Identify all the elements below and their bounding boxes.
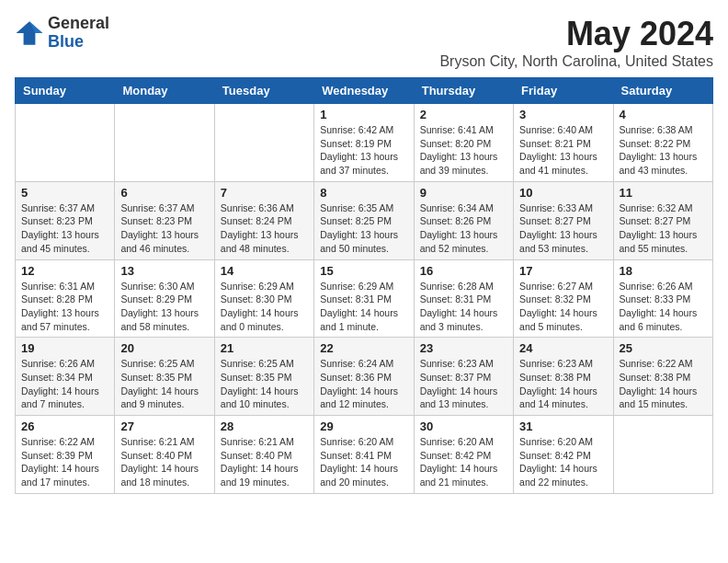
calendar-day-cell: 19Sunrise: 6:26 AMSunset: 8:34 PMDayligh… bbox=[16, 338, 115, 416]
logo-blue-text: Blue bbox=[48, 33, 109, 52]
calendar-day-cell bbox=[115, 104, 214, 182]
calendar-day-cell: 16Sunrise: 6:28 AMSunset: 8:31 PMDayligh… bbox=[414, 259, 513, 338]
day-number: 15 bbox=[320, 264, 407, 278]
day-info: Sunrise: 6:22 AMSunset: 8:38 PMDaylight:… bbox=[620, 357, 707, 411]
calendar-week-row: 19Sunrise: 6:26 AMSunset: 8:34 PMDayligh… bbox=[16, 338, 713, 416]
calendar-week-row: 12Sunrise: 6:31 AMSunset: 8:28 PMDayligh… bbox=[16, 259, 713, 338]
calendar-day-cell: 1Sunrise: 6:42 AMSunset: 8:19 PMDaylight… bbox=[314, 104, 414, 182]
day-info: Sunrise: 6:27 AMSunset: 8:32 PMDaylight:… bbox=[519, 280, 607, 334]
day-number: 3 bbox=[519, 108, 607, 121]
calendar-day-cell: 22Sunrise: 6:24 AMSunset: 8:36 PMDayligh… bbox=[314, 338, 414, 416]
weekday-header: Tuesday bbox=[214, 78, 313, 104]
weekday-header: Thursday bbox=[414, 78, 513, 104]
day-info: Sunrise: 6:20 AMSunset: 8:41 PMDaylight:… bbox=[320, 435, 407, 489]
calendar-week-row: 1Sunrise: 6:42 AMSunset: 8:19 PMDaylight… bbox=[16, 104, 713, 182]
day-number: 29 bbox=[320, 419, 407, 433]
calendar-day-cell: 28Sunrise: 6:21 AMSunset: 8:40 PMDayligh… bbox=[214, 416, 313, 494]
calendar-day-cell: 7Sunrise: 6:36 AMSunset: 8:24 PMDaylight… bbox=[214, 181, 313, 259]
day-number: 2 bbox=[420, 108, 507, 121]
day-info: Sunrise: 6:20 AMSunset: 8:42 PMDaylight:… bbox=[420, 435, 507, 489]
day-info: Sunrise: 6:33 AMSunset: 8:27 PMDaylight:… bbox=[519, 201, 607, 256]
day-number: 16 bbox=[420, 264, 507, 278]
day-number: 11 bbox=[620, 186, 707, 200]
calendar-day-cell: 30Sunrise: 6:20 AMSunset: 8:42 PMDayligh… bbox=[414, 416, 513, 494]
day-info: Sunrise: 6:23 AMSunset: 8:38 PMDaylight:… bbox=[519, 357, 607, 411]
location-subtitle: Bryson City, North Carolina, United Stat… bbox=[439, 53, 713, 70]
calendar-day-cell: 15Sunrise: 6:29 AMSunset: 8:31 PMDayligh… bbox=[314, 259, 414, 338]
day-number: 9 bbox=[420, 186, 507, 200]
day-info: Sunrise: 6:24 AMSunset: 8:36 PMDaylight:… bbox=[320, 357, 407, 411]
day-number: 25 bbox=[620, 341, 707, 355]
day-number: 22 bbox=[320, 341, 407, 355]
day-info: Sunrise: 6:29 AMSunset: 8:31 PMDaylight:… bbox=[320, 280, 407, 334]
page-header: General Blue May 2024 Bryson City, North… bbox=[15, 15, 713, 70]
calendar-day-cell: 3Sunrise: 6:40 AMSunset: 8:21 PMDaylight… bbox=[514, 104, 613, 182]
calendar-day-cell: 2Sunrise: 6:41 AMSunset: 8:20 PMDaylight… bbox=[414, 104, 513, 182]
calendar-day-cell bbox=[16, 104, 115, 182]
day-number: 28 bbox=[221, 419, 308, 433]
calendar-day-cell: 21Sunrise: 6:25 AMSunset: 8:35 PMDayligh… bbox=[214, 338, 313, 416]
day-info: Sunrise: 6:40 AMSunset: 8:21 PMDaylight:… bbox=[519, 123, 607, 178]
calendar-day-cell: 26Sunrise: 6:22 AMSunset: 8:39 PMDayligh… bbox=[16, 416, 115, 494]
month-year-title: May 2024 bbox=[439, 15, 713, 53]
calendar-day-cell: 20Sunrise: 6:25 AMSunset: 8:35 PMDayligh… bbox=[115, 338, 214, 416]
day-info: Sunrise: 6:36 AMSunset: 8:24 PMDaylight:… bbox=[221, 201, 308, 256]
calendar-day-cell: 11Sunrise: 6:32 AMSunset: 8:27 PMDayligh… bbox=[613, 181, 712, 259]
day-info: Sunrise: 6:20 AMSunset: 8:42 PMDaylight:… bbox=[519, 435, 607, 489]
day-info: Sunrise: 6:30 AMSunset: 8:29 PMDaylight:… bbox=[120, 280, 208, 334]
day-info: Sunrise: 6:25 AMSunset: 8:35 PMDaylight:… bbox=[120, 357, 208, 411]
calendar-day-cell: 5Sunrise: 6:37 AMSunset: 8:23 PMDaylight… bbox=[16, 181, 115, 259]
day-number: 12 bbox=[21, 264, 108, 278]
weekday-header: Friday bbox=[514, 78, 613, 104]
day-info: Sunrise: 6:25 AMSunset: 8:35 PMDaylight:… bbox=[221, 357, 308, 411]
day-info: Sunrise: 6:21 AMSunset: 8:40 PMDaylight:… bbox=[221, 435, 308, 489]
day-number: 18 bbox=[620, 264, 707, 278]
day-info: Sunrise: 6:32 AMSunset: 8:27 PMDaylight:… bbox=[620, 201, 707, 256]
day-info: Sunrise: 6:22 AMSunset: 8:39 PMDaylight:… bbox=[21, 435, 108, 489]
calendar-day-cell: 13Sunrise: 6:30 AMSunset: 8:29 PMDayligh… bbox=[115, 259, 214, 338]
calendar-day-cell: 29Sunrise: 6:20 AMSunset: 8:41 PMDayligh… bbox=[314, 416, 414, 494]
day-info: Sunrise: 6:42 AMSunset: 8:19 PMDaylight:… bbox=[320, 123, 407, 178]
calendar-day-cell: 8Sunrise: 6:35 AMSunset: 8:25 PMDaylight… bbox=[314, 181, 414, 259]
day-number: 24 bbox=[519, 341, 607, 355]
logo-text: General Blue bbox=[48, 15, 109, 52]
day-info: Sunrise: 6:34 AMSunset: 8:26 PMDaylight:… bbox=[420, 201, 507, 256]
day-number: 17 bbox=[519, 264, 607, 278]
logo-icon bbox=[15, 18, 44, 48]
day-number: 20 bbox=[120, 341, 208, 355]
calendar-day-cell bbox=[214, 104, 313, 182]
day-number: 14 bbox=[221, 264, 308, 278]
day-number: 23 bbox=[420, 341, 507, 355]
day-number: 10 bbox=[519, 186, 607, 200]
day-info: Sunrise: 6:26 AMSunset: 8:33 PMDaylight:… bbox=[620, 280, 707, 334]
day-number: 1 bbox=[320, 108, 407, 121]
day-info: Sunrise: 6:26 AMSunset: 8:34 PMDaylight:… bbox=[21, 357, 108, 411]
calendar-header-row: SundayMondayTuesdayWednesdayThursdayFrid… bbox=[16, 78, 713, 104]
day-number: 4 bbox=[620, 108, 707, 121]
calendar-day-cell: 25Sunrise: 6:22 AMSunset: 8:38 PMDayligh… bbox=[613, 338, 712, 416]
day-number: 21 bbox=[221, 341, 308, 355]
day-number: 26 bbox=[21, 419, 108, 433]
day-info: Sunrise: 6:35 AMSunset: 8:25 PMDaylight:… bbox=[320, 201, 407, 256]
day-number: 8 bbox=[320, 186, 407, 200]
calendar-table: SundayMondayTuesdayWednesdayThursdayFrid… bbox=[15, 77, 713, 494]
calendar-day-cell: 17Sunrise: 6:27 AMSunset: 8:32 PMDayligh… bbox=[514, 259, 613, 338]
calendar-day-cell: 10Sunrise: 6:33 AMSunset: 8:27 PMDayligh… bbox=[514, 181, 613, 259]
day-number: 13 bbox=[120, 264, 208, 278]
day-number: 6 bbox=[120, 186, 208, 200]
calendar-week-row: 5Sunrise: 6:37 AMSunset: 8:23 PMDaylight… bbox=[16, 181, 713, 259]
calendar-day-cell: 23Sunrise: 6:23 AMSunset: 8:37 PMDayligh… bbox=[414, 338, 513, 416]
day-info: Sunrise: 6:38 AMSunset: 8:22 PMDaylight:… bbox=[620, 123, 707, 178]
day-info: Sunrise: 6:41 AMSunset: 8:20 PMDaylight:… bbox=[420, 123, 507, 178]
day-number: 19 bbox=[21, 341, 108, 355]
day-info: Sunrise: 6:29 AMSunset: 8:30 PMDaylight:… bbox=[221, 280, 308, 334]
day-info: Sunrise: 6:37 AMSunset: 8:23 PMDaylight:… bbox=[21, 201, 108, 256]
calendar-day-cell: 12Sunrise: 6:31 AMSunset: 8:28 PMDayligh… bbox=[16, 259, 115, 338]
calendar-day-cell: 6Sunrise: 6:37 AMSunset: 8:23 PMDaylight… bbox=[115, 181, 214, 259]
day-info: Sunrise: 6:21 AMSunset: 8:40 PMDaylight:… bbox=[120, 435, 208, 489]
day-number: 27 bbox=[120, 419, 208, 433]
day-number: 30 bbox=[420, 419, 507, 433]
weekday-header: Saturday bbox=[613, 78, 712, 104]
logo: General Blue bbox=[15, 15, 109, 52]
day-info: Sunrise: 6:23 AMSunset: 8:37 PMDaylight:… bbox=[420, 357, 507, 411]
